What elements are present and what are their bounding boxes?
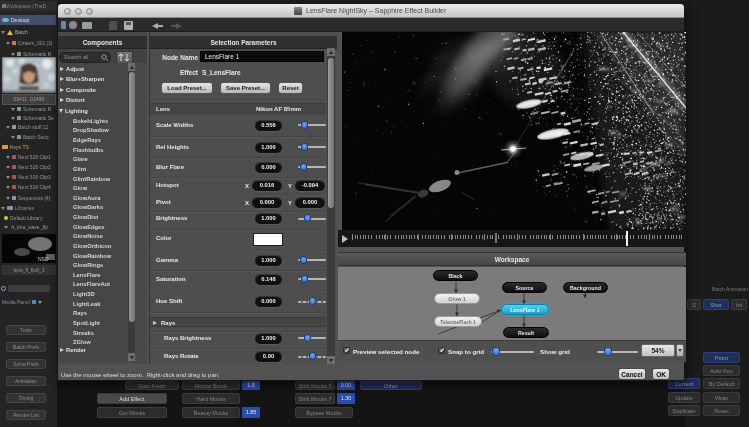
svg-text:NSD: NSD (38, 256, 49, 262)
svg-text:LVLY: LVLY (644, 212, 669, 222)
